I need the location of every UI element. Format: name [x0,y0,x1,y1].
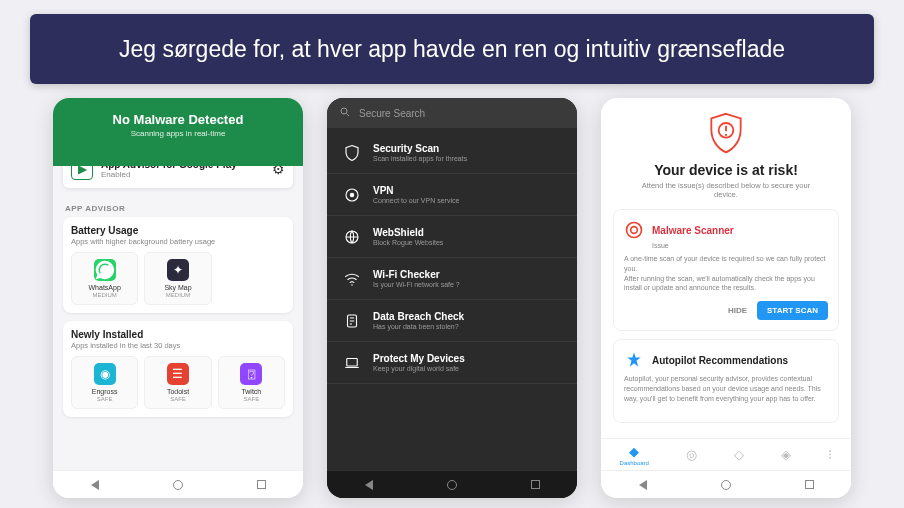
item-sub: Connect to our VPN service [373,197,561,204]
search-placeholder: Secure Search [359,108,425,119]
home-icon[interactable] [172,479,184,491]
autopilot-head: Autopilot Recommendations [624,350,828,370]
dashboard-icon: ◆ [629,444,639,459]
twitch-icon: ⍰ [240,363,262,385]
app-tile[interactable]: ☰ Todoist SAFE [144,356,211,409]
lock-icon: ◇ [734,447,744,462]
autopilot-card: Autopilot Recommendations Autopilot, you… [613,339,839,422]
tab-3[interactable]: ◇ [734,447,744,462]
shield-icon: ◈ [781,447,791,462]
svg-line-1 [347,114,350,117]
bottom-tabs: ◆ Dashboard ◎ ◇ ◈ ⁝ [601,438,851,470]
item-title: WebShield [373,227,561,238]
battery-card[interactable]: Battery Usage Apps with higher backgroun… [63,217,293,313]
tab-dashboard[interactable]: ◆ Dashboard [620,444,649,466]
phone-1: No Malware Detected Scanning apps in rea… [53,98,303,498]
app-advisor-sub: Enabled [101,170,264,179]
autopilot-icon [624,350,644,370]
search-icon [339,106,351,120]
phone-2: Secure Search Security ScanScan installe… [327,98,577,498]
newly-sub: Apps installed in the last 30 days [71,341,285,350]
svg-point-0 [341,108,347,114]
risk-title: Your device is at risk! [613,162,839,178]
item-sub: Scan installed apps for threats [373,155,561,162]
app-name: Twitch [221,388,282,395]
phone1-content: No Malware Detected Scanning apps in rea… [53,98,303,498]
newly-title: Newly Installed [71,329,285,340]
item-sub: Has your data been stolen? [373,323,561,330]
risk-sub: Attend the issue(s) described below to s… [613,181,839,199]
skymap-icon: ✦ [167,259,189,281]
todoist-icon: ☰ [167,363,189,385]
list-item[interactable]: Security ScanScan installed apps for thr… [327,132,577,174]
app-tile[interactable]: ◉ Engross SAFE [71,356,138,409]
app-status: MEDIUM [74,292,135,298]
app-tile[interactable]: ⍰ Twitch SAFE [218,356,285,409]
recent-icon[interactable] [529,479,541,491]
phone1-body: APP ADVISOR Battery Usage Apps with high… [53,188,303,447]
battery-sub: Apps with higher background battery usag… [71,237,285,246]
android-nav [327,470,577,498]
phone1-header-sub: Scanning apps in real-time [61,129,295,138]
phone-3: Your device is at risk! Attend the issue… [601,98,851,498]
app-name: Sky Map [147,284,208,291]
autopilot-title: Autopilot Recommendations [652,355,788,366]
feature-list: Security ScanScan installed apps for thr… [327,128,577,414]
back-icon[interactable] [363,479,375,491]
home-icon[interactable] [720,479,732,491]
recent-icon[interactable] [803,479,815,491]
item-sub: Keep your digital world safe [373,365,561,372]
home-icon[interactable] [446,479,458,491]
malware-head: Malware Scanner [624,220,828,240]
risk-shield-icon [707,112,745,156]
app-name: WhatsApp [74,284,135,291]
svg-marker-12 [627,353,640,367]
tab-5[interactable]: ⁝ [828,447,832,462]
malware-body2: After running the scan, we'll automatica… [624,275,815,292]
app-tile[interactable]: ✦ Sky Map MEDIUM [144,252,211,305]
battery-title: Battery Usage [71,225,285,236]
autopilot-body: Autopilot, your personal security adviso… [624,374,828,403]
target-icon: ◎ [686,447,697,462]
start-scan-button[interactable]: START SCAN [757,301,828,320]
tab-2[interactable]: ◎ [686,447,697,462]
back-icon[interactable] [637,479,649,491]
app-status: MEDIUM [147,292,208,298]
list-item[interactable]: Protect My DevicesKeep your digital worl… [327,342,577,384]
phone-row: No Malware Detected Scanning apps in rea… [0,98,904,498]
recent-icon[interactable] [255,479,267,491]
phone1-header: No Malware Detected Scanning apps in rea… [53,98,303,166]
list-item[interactable]: VPNConnect to our VPN service [327,174,577,216]
list-item[interactable]: WebShieldBlock Rogue Websites [327,216,577,258]
item-sub: Is your Wi-Fi network safe ? [373,281,561,288]
search-bar[interactable]: Secure Search [327,98,577,128]
app-status: SAFE [221,396,282,402]
battery-apps: WhatsApp MEDIUM ✦ Sky Map MEDIUM [71,252,285,305]
item-title: VPN [373,185,561,196]
svg-point-5 [351,284,353,286]
more-icon: ⁝ [828,447,832,462]
app-tile[interactable]: WhatsApp MEDIUM [71,252,138,305]
whatsapp-icon [94,259,116,281]
shield-icon [343,144,361,162]
svg-point-10 [725,134,727,136]
app-status: SAFE [147,396,208,402]
newly-apps: ◉ Engross SAFE ☰ Todoist SAFE ⍰ Twitch [71,356,285,409]
section-label: APP ADVISOR [65,204,291,213]
back-icon[interactable] [89,479,101,491]
svg-point-3 [350,192,355,197]
newly-card[interactable]: Newly Installed Apps installed in the la… [63,321,293,417]
app-name: Engross [74,388,135,395]
hide-button[interactable]: HIDE [728,306,747,315]
app-status: SAFE [74,396,135,402]
list-item[interactable]: Wi-Fi CheckerIs your Wi-Fi network safe … [327,258,577,300]
tab-4[interactable]: ◈ [781,447,791,462]
wifi-icon [343,270,361,288]
malware-icon [624,220,644,240]
list-item[interactable]: Data Breach CheckHas your data been stol… [327,300,577,342]
caption-banner: Jeg sørgede for, at hver app havde en re… [30,14,874,84]
laptop-icon [343,354,361,372]
item-sub: Block Rogue Websites [373,239,561,246]
item-title: Data Breach Check [373,311,561,322]
item-title: Security Scan [373,143,561,154]
